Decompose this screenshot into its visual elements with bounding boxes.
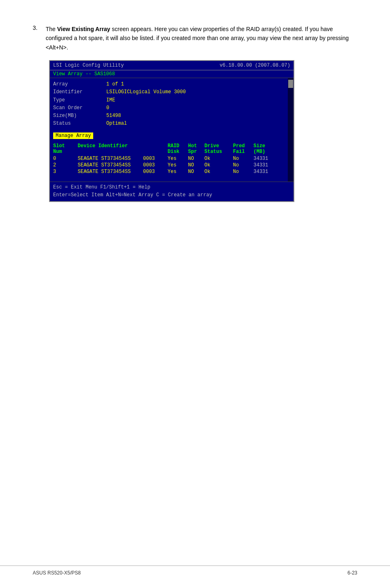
label-array: Array — [53, 81, 106, 88]
bios-info-section: Array Identifier Type Scan Order Size(MB… — [53, 81, 290, 128]
bold-text: View Existing Array — [57, 26, 110, 32]
bios-footer-line2: Enter=Select Item Alt+N=Next Array C = C… — [53, 191, 290, 199]
bios-footer-line1: Esc = Exit Menu F1/Shift+1 = Help — [53, 184, 290, 191]
val-array: 1 of 1 — [106, 81, 290, 88]
table-row: 3 SEAGATE ST373454SS 0003 Yes NO Ok No 3… — [53, 168, 290, 175]
th-hot-spr: Hot Spr — [188, 143, 204, 155]
page-footer: ASUS RS520-X5/PS8 6-23 — [0, 566, 390, 576]
footer-left: ASUS RS520-X5/PS8 — [33, 570, 81, 576]
step-description: The View Existing Array screen appears. … — [46, 25, 357, 52]
th-raid-disk: RAID Disk — [168, 143, 188, 155]
footer-right: 6-23 — [347, 570, 357, 576]
label-scan-order: Scan Order — [53, 104, 106, 112]
val-type: IME — [106, 97, 290, 104]
val-scan-order: 0 — [106, 104, 290, 112]
manage-array-button[interactable]: Manage Array — [53, 132, 93, 139]
th-id — [143, 143, 168, 155]
row0-device: SEAGATE ST373454SS — [78, 156, 143, 162]
th-slot: Slot Num — [53, 143, 78, 155]
th-size-mb: Size (MB) — [253, 143, 278, 155]
row0-status: Ok — [204, 156, 233, 162]
table-header: Slot Num Device Identifier RAID Disk Hot… — [53, 142, 290, 155]
bios-values: 1 of 1 LSILOGICLogical Volume 3000 IME 0… — [106, 81, 290, 128]
label-status: Status — [53, 120, 106, 128]
table-row: 0 SEAGATE ST373454SS 0003 Yes NO Ok No 3… — [53, 155, 290, 162]
scrollbar[interactable] — [288, 78, 294, 182]
th-drive-status: Drive Status — [204, 143, 233, 155]
bios-labels: Array Identifier Type Scan Order Size(MB… — [53, 81, 106, 128]
row0-raid: Yes — [168, 156, 188, 162]
row2-device: SEAGATE ST373454SS — [78, 169, 143, 175]
label-type: Type — [53, 97, 106, 104]
row0-hot: NO — [188, 156, 204, 162]
row1-size: 34331 — [253, 162, 278, 168]
bios-header-version: v6.18.00.00 (2007.08.07) — [220, 63, 290, 68]
bios-header: LSI Logic Config Utility v6.18.00.00 (20… — [50, 61, 294, 70]
bios-header-title: LSI Logic Config Utility — [53, 63, 124, 68]
row1-id: 0003 — [143, 162, 168, 168]
row2-status: Ok — [204, 169, 233, 175]
row1-slot: 2 — [53, 162, 78, 168]
val-status: Optimal — [106, 120, 290, 128]
label-identifier: Identifier — [53, 88, 106, 96]
scroll-thumb — [288, 80, 293, 88]
row1-status: Ok — [204, 162, 233, 168]
row2-hot: NO — [188, 169, 204, 175]
row0-size: 34331 — [253, 156, 278, 162]
label-size-mb: Size(MB) — [53, 112, 106, 120]
bios-subheader: View Array -- SAS1068 — [50, 70, 294, 78]
row2-size: 34331 — [253, 169, 278, 175]
bios-body: Array Identifier Type Scan Order Size(MB… — [50, 78, 294, 182]
row0-slot: 0 — [53, 156, 78, 162]
row1-hot: NO — [188, 162, 204, 168]
val-size: 51498 — [106, 112, 290, 120]
row1-pred: No — [233, 162, 253, 168]
row0-pred: No — [233, 156, 253, 162]
th-device: Device Identifier — [78, 143, 143, 155]
row2-id: 0003 — [143, 169, 168, 175]
th-pred-fail: Pred Fail — [233, 143, 253, 155]
bios-screen: LSI Logic Config Utility v6.18.00.00 (20… — [49, 60, 294, 202]
row0-id: 0003 — [143, 156, 168, 162]
val-identifier: LSILOGICLogical Volume 3000 — [106, 88, 290, 96]
row1-device: SEAGATE ST373454SS — [78, 162, 143, 168]
row1-raid: Yes — [168, 162, 188, 168]
row2-slot: 3 — [53, 169, 78, 175]
bios-footer: Esc = Exit Menu F1/Shift+1 = Help Enter=… — [50, 182, 294, 201]
table-row: 2 SEAGATE ST373454SS 0003 Yes NO Ok No 3… — [53, 162, 290, 168]
row2-raid: Yes — [168, 169, 188, 175]
step-number: 3. — [33, 25, 38, 52]
row2-pred: No — [233, 169, 253, 175]
